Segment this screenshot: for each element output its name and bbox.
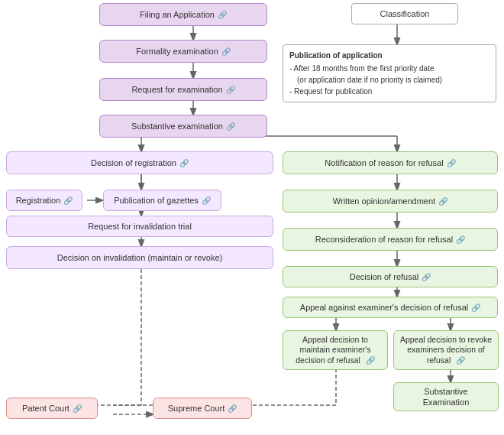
classification-node: Classification xyxy=(351,3,458,24)
request-exam-node[interactable]: Request for examination 🔗 xyxy=(99,78,267,101)
pub-gazettes-node[interactable]: Publication of gazettes 🔗 xyxy=(103,190,221,211)
reconsideration-node[interactable]: Reconsideration of reason for refusal 🔗 xyxy=(283,228,498,251)
request-invalid-label: Request for invalidation trial xyxy=(88,221,192,232)
appeal-maintain-link[interactable]: 🔗 xyxy=(366,355,375,365)
supreme-court-label: Supreme Court xyxy=(168,403,225,414)
notif-refusal-node[interactable]: Notification of reason for refusal 🔗 xyxy=(283,151,498,174)
substantive-label: Substantive examination xyxy=(131,121,223,131)
decision-reg-link[interactable]: 🔗 xyxy=(179,158,189,168)
substantive-node[interactable]: Substantive examination 🔗 xyxy=(99,115,267,138)
supreme-court-link[interactable]: 🔗 xyxy=(228,404,237,414)
formality-label: Formality examination xyxy=(136,46,218,57)
pub-app-detail2: (or application date if no priority is c… xyxy=(289,74,489,86)
registration-label: Registration xyxy=(16,195,61,206)
substantive-link[interactable]: 🔗 xyxy=(226,122,235,131)
substantive2-label: Substantive Examination xyxy=(400,386,492,408)
supreme-court-node[interactable]: Supreme Court 🔗 xyxy=(153,398,252,419)
decision-invalid-node[interactable]: Decision on invalidation (maintain or re… xyxy=(6,246,273,269)
decision-reg-node[interactable]: Decision of registration 🔗 xyxy=(6,151,273,174)
request-exam-link[interactable]: 🔗 xyxy=(226,85,235,95)
flowchart-diagram: Filing an Application 🔗 Formality examin… xyxy=(0,0,504,435)
formality-link[interactable]: 🔗 xyxy=(221,47,231,57)
classification-label: Classification xyxy=(380,8,430,19)
decision-invalid-label: Decision on invalidation (maintain or re… xyxy=(57,252,222,263)
formality-node[interactable]: Formality examination 🔗 xyxy=(99,40,267,63)
registration-link[interactable]: 🔗 xyxy=(63,196,73,206)
pub-app-title: Publication of application xyxy=(289,50,489,61)
reconsideration-link[interactable]: 🔗 xyxy=(456,235,465,245)
notif-refusal-label: Notification of reason for refusal xyxy=(325,157,443,168)
appeal-against-label: Appeal against examiner's decision of re… xyxy=(300,302,468,313)
decision-refusal-label: Decision of refusal xyxy=(350,271,419,282)
pub-gazettes-link[interactable]: 🔗 xyxy=(202,196,211,206)
appeal-maintain-label: Appeal decision to maintain examiner's d… xyxy=(296,335,370,365)
request-invalid-node[interactable]: Request for invalidation trial xyxy=(6,216,273,237)
patent-court-link[interactable]: 🔗 xyxy=(73,404,82,414)
appeal-revoke-label: Appeal decision to revoke examiners deci… xyxy=(400,335,492,365)
request-exam-label: Request for examination xyxy=(131,84,222,95)
pub-app-detail3: - Request for publication xyxy=(289,86,489,97)
appeal-against-link[interactable]: 🔗 xyxy=(471,303,480,313)
appeal-revoke-link[interactable]: 🔗 xyxy=(456,355,465,365)
pub-app-box: Publication of application - After 18 mo… xyxy=(283,44,496,102)
filing-link[interactable]: 🔗 xyxy=(218,10,227,20)
patent-court-node[interactable]: Patent Court 🔗 xyxy=(6,398,98,419)
decision-reg-label: Decision of registration xyxy=(91,157,176,168)
appeal-against-node[interactable]: Appeal against examiner's decision of re… xyxy=(283,297,498,318)
filing-label: Filing an Application xyxy=(140,9,215,20)
written-opinion-node[interactable]: Written opinion/amendment 🔗 xyxy=(283,190,498,213)
written-opinion-link[interactable]: 🔗 xyxy=(438,196,447,206)
notif-refusal-link[interactable]: 🔗 xyxy=(447,158,456,168)
appeal-maintain-node[interactable]: Appeal decision to maintain examiner's d… xyxy=(283,330,388,370)
patent-court-label: Patent Court xyxy=(22,403,69,414)
filing-node[interactable]: Filing an Application 🔗 xyxy=(99,3,267,26)
written-opinion-label: Written opinion/amendment xyxy=(333,196,435,206)
substantive2-node[interactable]: Substantive Examination xyxy=(393,382,499,411)
decision-refusal-link[interactable]: 🔗 xyxy=(422,272,431,282)
reconsideration-label: Reconsideration of reason for refusal xyxy=(315,234,453,245)
pub-app-detail1: - After 18 months from the first priorit… xyxy=(289,63,489,74)
appeal-revoke-node[interactable]: Appeal decision to revoke examiners deci… xyxy=(393,330,499,370)
pub-gazettes-label: Publication of gazettes xyxy=(114,195,199,206)
decision-refusal-node[interactable]: Decision of refusal 🔗 xyxy=(283,266,498,287)
registration-node[interactable]: Registration 🔗 xyxy=(6,190,82,211)
